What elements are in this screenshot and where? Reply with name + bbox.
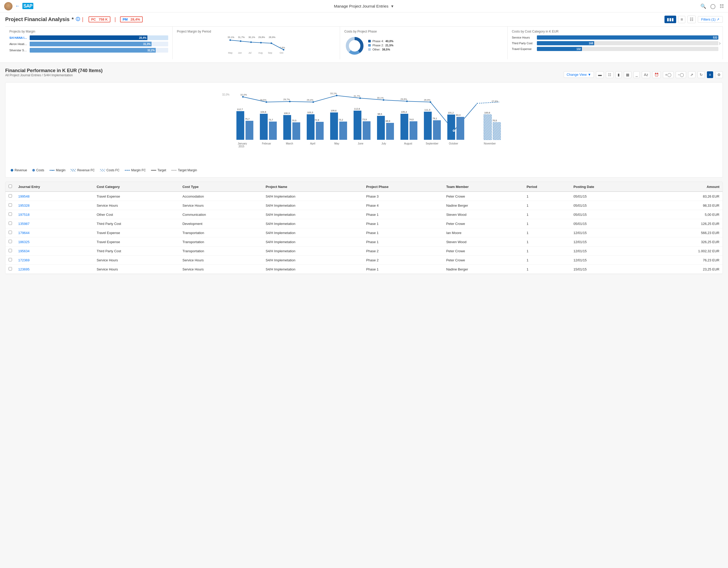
toolbar-sort-icon[interactable]: Az: [642, 71, 650, 78]
svg-text:104,6: 104,6: [260, 111, 266, 113]
phase-dot-1: [368, 44, 371, 47]
row-journal-entry[interactable]: 199548: [15, 192, 93, 201]
journal-link[interactable]: 199548: [18, 194, 29, 198]
row-journal-entry[interactable]: 186325: [15, 237, 93, 247]
view-bar-button[interactable]: ▮▮▮: [664, 16, 676, 23]
margin-item-0[interactable]: S/4 HANA Imp... 28,4%: [9, 35, 168, 40]
phase-legend-item-2: Other: 38,5%: [368, 48, 393, 51]
row-checkbox[interactable]: [5, 192, 15, 201]
header-cost-category[interactable]: Cost Category: [93, 182, 179, 192]
toolbar-zoom-out-icon[interactable]: −◯: [676, 71, 686, 78]
margin-item-2[interactable]: Silverstar Syst... 32,2%: [9, 48, 168, 53]
journal-link[interactable]: 195328: [18, 204, 29, 207]
svg-text:109,6: 109,6: [331, 109, 337, 112]
svg-text:29,5%: 29,5%: [260, 99, 267, 101]
cost-bar-fill-0: 532: [537, 35, 718, 40]
row-project: S4/H Implemetation: [262, 256, 363, 265]
row-member: Peter Crowe: [443, 192, 524, 201]
nav-dropdown-icon[interactable]: ▼: [391, 4, 394, 8]
toolbar-bar-chart-icon[interactable]: ▬: [596, 71, 604, 78]
info-icon[interactable]: ⓘ: [76, 17, 80, 22]
svg-rect-45: [354, 111, 361, 140]
row-cost-category: Travel Expense: [93, 237, 179, 247]
journal-link[interactable]: 172369: [18, 258, 29, 262]
svg-text:31,7%: 31,7%: [238, 36, 245, 39]
toolbar-refresh-icon[interactable]: ↻: [698, 71, 705, 78]
search-icon[interactable]: 🔍: [700, 3, 706, 9]
journal-link[interactable]: 195634: [18, 249, 29, 253]
header-cost-type[interactable]: Cost Type: [179, 182, 262, 192]
svg-text:30,1%: 30,1%: [248, 36, 255, 39]
header-project-name[interactable]: Project Name: [262, 182, 363, 192]
toolbar-path-icon[interactable]: ⎯: [633, 71, 640, 78]
view-list-button[interactable]: ≡: [678, 16, 685, 23]
row-checkbox[interactable]: [5, 210, 15, 219]
toolbar-settings-icon[interactable]: ⚙: [715, 71, 723, 78]
section-subtitle: All Project Journal Entries / S/4H Imple…: [5, 73, 103, 77]
row-checkbox[interactable]: [5, 256, 15, 265]
toolbar-zoom-in-icon[interactable]: +◯: [663, 71, 673, 78]
margin-bar-fill-2: 32,2%: [30, 48, 156, 53]
row-checkbox[interactable]: [5, 247, 15, 256]
row-journal-entry[interactable]: 197518: [15, 210, 93, 219]
toolbar-calendar-icon[interactable]: ▦: [624, 71, 631, 78]
row-phase: Phase 2: [363, 256, 443, 265]
svg-text:Sep: Sep: [268, 52, 272, 54]
menu-icon[interactable]: ☷: [720, 3, 724, 9]
chevron-right-icon[interactable]: ›: [717, 38, 723, 48]
row-phase: Phase 1: [363, 228, 443, 237]
row-checkbox[interactable]: [5, 228, 15, 237]
nav-title: Manage Project Journal Entries ▼: [334, 4, 394, 8]
row-journal-entry[interactable]: 179644: [15, 228, 93, 237]
toolbar-table-icon[interactable]: ☷: [606, 71, 613, 78]
header-period[interactable]: Period: [523, 182, 570, 192]
row-checkbox[interactable]: [5, 219, 15, 228]
row-period: 1: [523, 228, 570, 237]
toolbar-expand-icon[interactable]: ⇗: [688, 71, 695, 78]
row-checkbox[interactable]: [5, 237, 15, 247]
row-checkbox[interactable]: [5, 265, 15, 274]
header-team-member[interactable]: Team Member: [443, 182, 524, 192]
margin-bar-container-0: 28,4%: [30, 35, 168, 40]
svg-text:111,3: 111,3: [424, 109, 430, 111]
row-journal-entry[interactable]: 195634: [15, 247, 93, 256]
margin-item-1[interactable]: Akron Heating ... 31,3%: [9, 42, 168, 46]
row-member: Peter Crowe: [443, 219, 524, 228]
row-journal-entry[interactable]: 172369: [15, 256, 93, 265]
notifications-icon[interactable]: ◯: [710, 3, 716, 9]
section-title-area: Financial Performance in K EUR (740 Item…: [5, 68, 103, 81]
svg-text:112,7: 112,7: [237, 108, 243, 111]
row-member: Ian Moore: [443, 228, 524, 237]
filters-button[interactable]: Filters (1) ↗: [698, 16, 723, 23]
journal-link[interactable]: 186325: [18, 240, 29, 244]
change-view-button[interactable]: Change View ▼: [564, 71, 594, 78]
journal-link[interactable]: 197518: [18, 213, 29, 217]
toolbar-graph-icon[interactable]: ⏰: [652, 71, 661, 78]
legend-label-costs: Costs: [36, 168, 44, 172]
pc-badge: PC 758 K: [89, 16, 110, 22]
legend-line-margin: →: [49, 170, 55, 171]
header-journal-entry[interactable]: Journal Entry: [15, 182, 93, 192]
toolbar-column-icon[interactable]: ▮: [616, 71, 622, 78]
journal-link[interactable]: 179644: [18, 231, 29, 235]
header-amount[interactable]: Amount: [646, 182, 723, 192]
view-detail-button[interactable]: ☷: [687, 16, 696, 23]
header-project-phase[interactable]: Project Phase: [363, 182, 443, 192]
row-checkbox[interactable]: [5, 201, 15, 210]
svg-point-11: [283, 49, 284, 51]
back-button[interactable]: ←: [15, 3, 20, 9]
row-journal-entry[interactable]: 195328: [15, 201, 93, 210]
toolbar-list-view-icon[interactable]: ≡: [707, 71, 713, 78]
journal-link[interactable]: 135987: [18, 222, 29, 226]
legend-label-target-margin: Target Margin: [178, 168, 197, 172]
svg-text:98,5: 98,5: [378, 113, 382, 115]
row-journal-entry[interactable]: 135987: [15, 219, 93, 228]
header-posting-date[interactable]: Posting Date: [570, 182, 646, 192]
journal-link[interactable]: 123695: [18, 267, 29, 271]
row-journal-entry[interactable]: 123695: [15, 265, 93, 274]
svg-text:May: May: [228, 52, 233, 54]
row-amount: 76,23 EUR: [646, 256, 723, 265]
select-all-checkbox[interactable]: [9, 185, 12, 188]
avatar[interactable]: [4, 2, 12, 10]
legend-label-margin-fc: Margin FC: [131, 168, 146, 172]
